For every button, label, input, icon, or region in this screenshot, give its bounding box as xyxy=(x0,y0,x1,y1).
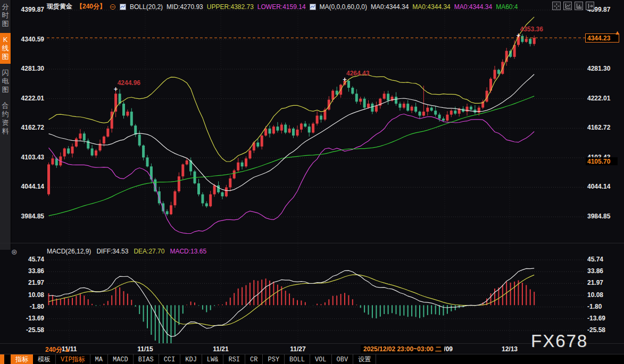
boll-mid-value: MID:4270.93 xyxy=(167,3,203,11)
macd-axis-label: -13.69 xyxy=(587,315,617,322)
toolbar-item[interactable]: MA xyxy=(90,354,108,364)
ma0-value-1: MA0:4344.34 xyxy=(371,3,409,11)
macd-panel xyxy=(49,268,535,349)
alert-price-badge: 4105.70 xyxy=(586,157,618,165)
indicator-icon[interactable] xyxy=(120,4,126,10)
price-up-arrow-icon: ▲ xyxy=(614,29,620,36)
x-axis-date: 11/21 xyxy=(213,345,228,353)
panel-divider xyxy=(0,243,624,243)
toolbar-item[interactable]: RSI xyxy=(223,354,245,364)
ma60-value: MA60:4 xyxy=(496,3,518,11)
boll-label: BOLL(20,2) xyxy=(130,3,163,11)
collapse-panel-icon[interactable] xyxy=(586,2,594,10)
watermark: FX678 xyxy=(531,331,588,351)
macd-axis-label: 10.08 xyxy=(587,291,617,299)
price-axis-label: 4044.14 xyxy=(587,183,617,190)
sidebar-item[interactable]: K线图 xyxy=(0,33,11,64)
toolbar-item[interactable]: CR xyxy=(245,354,263,364)
trading-app-window: 分时图K线图闪电图合约资料 ⊛ 现货黄金 【240分】 BOLL(20,2) M… xyxy=(0,0,624,364)
price-annotation: 4353.36 xyxy=(520,26,543,33)
period-selector[interactable]: 240分 ▲ xyxy=(45,345,70,354)
sidebar-item[interactable]: 分时图 xyxy=(0,0,11,31)
price-axis-label: 4103.43 xyxy=(14,154,44,161)
toolbar-item[interactable]: OBV xyxy=(332,354,354,364)
period-tag: 【240分】 xyxy=(76,2,106,11)
toolbar-item[interactable]: 模板 xyxy=(33,354,56,364)
price-axis-label: 4162.72 xyxy=(14,124,44,131)
toolbar-item[interactable]: LW& xyxy=(202,354,224,364)
toolbar-item[interactable]: VOL xyxy=(310,354,332,364)
macd-axis-label: -13.69 xyxy=(14,315,44,322)
macd-legend: MACD(26,12,9) DIFF:34.53 DEA:27.70 MACD:… xyxy=(47,248,206,255)
price-axis-label: 4281.30 xyxy=(587,65,617,72)
toolbar-item[interactable]: PSY xyxy=(263,354,285,364)
toolbar-item[interactable]: KDJ xyxy=(180,354,202,364)
price-axis-label: 4222.01 xyxy=(587,95,617,102)
price-axis-label: 3984.85 xyxy=(14,213,44,220)
macd-dea-value: DEA:27.70 xyxy=(134,248,164,255)
price-axis-label: 4399.87 xyxy=(14,6,44,13)
boll-upper-value: UPPER:4382.73 xyxy=(207,3,254,11)
price-axis-label: 4162.72 xyxy=(587,124,617,131)
toolbar-item[interactable]: 指标 xyxy=(11,354,33,364)
ma-label: MA(0,0,0,60,0,0) xyxy=(320,3,367,11)
instrument-title: 现货黄金 xyxy=(47,2,72,11)
macd-axis-label: 33.86 xyxy=(587,267,617,275)
toolbar-item[interactable]: BIAS xyxy=(134,354,159,364)
macd-axis-label: -1.80 xyxy=(14,303,44,310)
main-legend: 现货黄金 【240分】 BOLL(20,2) MID:4270.93 UPPER… xyxy=(47,2,518,11)
macd-axis-label: -25.58 xyxy=(14,326,44,334)
ma0-value-2: MA0:4344.34 xyxy=(412,3,450,11)
indicator-settings-icon[interactable]: ⊛ xyxy=(11,248,18,256)
indicator-icon[interactable] xyxy=(310,4,316,10)
macd-axis-label: 21.97 xyxy=(14,279,44,286)
chart-tools xyxy=(552,2,594,10)
sidebar: 分时图K线图闪电图合约资料 xyxy=(0,0,11,250)
candlesticks xyxy=(47,33,536,216)
time-tooltip: 2025/12/02 23:00~03:00 二 xyxy=(361,345,444,353)
x-axis-date: 11/15 xyxy=(137,345,153,353)
macd-axis-label: 21.97 xyxy=(587,279,617,286)
sidebar-item[interactable]: 闪电图 xyxy=(0,66,11,97)
price-axis-label: 4222.01 xyxy=(14,95,44,102)
x-axis-date: 12/13 xyxy=(502,345,518,353)
toolbar-item[interactable]: BOLL xyxy=(285,354,310,364)
toolbar-item[interactable]: VIP指标 xyxy=(56,354,90,364)
sidebar-item[interactable]: 合约资料 xyxy=(0,99,11,138)
indicator-toolbar: 指标模板VIP指标MAMACDBIASCCIKDJLW&RSICRPSYBOLL… xyxy=(0,354,624,364)
macd-axis-label: -1.80 xyxy=(587,303,617,310)
macd-value: MACD:13.65 xyxy=(170,248,206,255)
price-axis-label: 4340.59 xyxy=(14,36,44,43)
chart-layout-icon[interactable] xyxy=(563,2,572,10)
macd-axis-label: 10.08 xyxy=(14,291,44,299)
macd-axis-label: 45.74 xyxy=(587,256,617,263)
boll-lower-value: LOWER:4159.14 xyxy=(257,3,306,11)
toolbar-accent xyxy=(0,354,4,364)
macd-axis-label: -25.58 xyxy=(587,326,617,334)
x-axis-date: 11/27 xyxy=(290,345,305,353)
macd-axis-label: 45.74 xyxy=(14,256,44,263)
price-annotation: 4264.43 xyxy=(346,70,369,77)
macd-diff-value: DIFF:34.53 xyxy=(96,248,128,255)
overlay-lines xyxy=(49,17,535,234)
toolbar-item[interactable]: MACD xyxy=(108,354,134,364)
ma0-value-3: MA0:4344.34 xyxy=(454,3,492,11)
period-dropdown-arrow-icon: ▲ xyxy=(64,346,70,353)
price-axis-label: 3984.85 xyxy=(587,213,617,220)
link-icon[interactable] xyxy=(110,4,116,10)
price-axis-label: 4281.30 xyxy=(14,65,44,72)
toolbar-item[interactable]: 设置 xyxy=(353,354,376,364)
peak-marker-icon: + xyxy=(114,85,118,93)
toolbar-item[interactable]: CCI xyxy=(159,354,181,364)
peak-marker-icon: + xyxy=(517,31,521,39)
price-axis-label: 4044.14 xyxy=(14,183,44,190)
peak-marker-icon: + xyxy=(343,75,347,83)
chart-canvas[interactable] xyxy=(0,0,624,364)
chart-bars-icon[interactable] xyxy=(575,2,583,10)
macd-axis-label: 33.86 xyxy=(14,267,44,275)
crosshair-icon[interactable] xyxy=(552,2,561,10)
macd-label: MACD(26,12,9) xyxy=(47,248,91,255)
price-annotation: 4244.96 xyxy=(118,79,140,87)
